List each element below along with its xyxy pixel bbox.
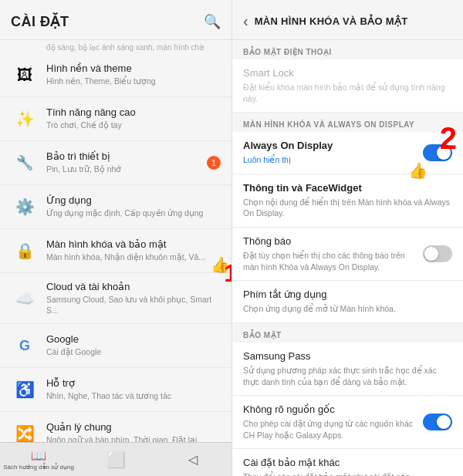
menu-title-cloud: Cloud và tài khoản bbox=[46, 281, 221, 294]
step-number-2: 2 bbox=[440, 123, 457, 154]
header-icons: 🔍 bbox=[204, 13, 221, 30]
samsung-pass-subtitle: Sử dụng phương pháp xác thực sinh trắc h… bbox=[243, 365, 452, 387]
right-item-notification[interactable]: Thông báo Đặt tùy chọn hiển thị cho các … bbox=[232, 228, 463, 281]
menu-item-maintenance[interactable]: 🔧 Bảo trì thiết bị Pin, Lưu trữ, Bộ nhớ … bbox=[0, 141, 231, 185]
menu-subtitle-lockscreen: Màn hình khóa, Nhận diện khuôn mặt, Vâ..… bbox=[46, 252, 221, 263]
unknown-sources-toggle-knob bbox=[437, 415, 451, 429]
menu-title-advanced: Tính năng nâng cao bbox=[46, 106, 221, 120]
cloud-icon: ☁️ bbox=[11, 285, 39, 312]
menu-title-maintenance: Bảo trì thiết bị bbox=[46, 150, 221, 164]
facewidget-subtitle: Chọn nội dung để hiển thị trên Màn hình … bbox=[243, 197, 452, 219]
accessibility-icon: ♿ bbox=[11, 376, 39, 403]
menu-subtitle-apps: Ứng dụng mặc định, Cấp quyền ứng dụng bbox=[46, 208, 221, 219]
right-item-aod[interactable]: Always On Display Luôn hiển thị 👍 2 bbox=[232, 132, 463, 174]
menu-title-accessibility: Hỗ trợ bbox=[46, 377, 221, 390]
back-arrow-icon[interactable]: ‹ bbox=[243, 12, 248, 30]
smart-lock-subtitle: Đặt kiểu khóa màn hình bảo mật để sử dụn… bbox=[243, 82, 452, 104]
menu-title-google: Google bbox=[46, 333, 221, 346]
menu-subtitle-maintenance: Pin, Lưu trữ, Bộ nhớ bbox=[46, 164, 221, 175]
menu-title-general: Quản lý chung bbox=[46, 421, 221, 434]
right-item-other-security[interactable]: Cài đặt bảo mật khác Thay đổi các cài đặ… bbox=[232, 449, 463, 476]
menu-subtitle-accessibility: Nhìn, Nghe, Thao tác và tương tác bbox=[46, 391, 221, 402]
menu-title-apps: Ứng dụng bbox=[46, 194, 221, 208]
app-shortcuts-subtitle: Chọn ứng dụng để mở từ Màn hình khóa. bbox=[243, 303, 452, 315]
notification-toggle[interactable] bbox=[423, 245, 452, 262]
right-item-facewidget[interactable]: Thông tin và FaceWidget Chọn nội dung để… bbox=[232, 174, 463, 228]
unknown-sources-toggle[interactable] bbox=[423, 414, 452, 430]
google-icon: G bbox=[11, 332, 39, 360]
notification-subtitle: Đặt tùy chọn hiển thị cho các thông báo … bbox=[243, 250, 417, 272]
menu-item-cloud[interactable]: ☁️ Cloud và tài khoản Samsung Cloud, Sao… bbox=[0, 273, 231, 324]
menu-title-lockscreen: Màn hình khóa và bảo mật bbox=[46, 238, 221, 252]
left-panel: CÀI ĐẶT 🔍 độ sáng, bộ lọc ánh sáng xanh,… bbox=[0, 0, 231, 476]
menu-item-apps[interactable]: ⚙️ Ứng dụng Ứng dụng mặc định, Cấp quyền… bbox=[0, 185, 231, 229]
guide-label: Sách hướng dẫn sử dụng bbox=[3, 464, 74, 471]
right-header: ‹ MÀN HÌNH KHÓA VÀ BẢO MẬT bbox=[232, 0, 463, 40]
page-title: CÀI ĐẶT bbox=[11, 13, 69, 30]
search-icon[interactable]: 🔍 bbox=[204, 13, 221, 30]
facewidget-title: Thông tin và FaceWidget bbox=[243, 182, 452, 195]
menu-subtitle-general: Ngôn ngữ và bàn phím, Thời gian, Đặt lại bbox=[46, 435, 221, 442]
left-menu-scroll: 🖼 Hình nền và theme Hình nền, Theme, Biể… bbox=[0, 53, 231, 442]
app-shortcuts-title: Phím tắt ứng dụng bbox=[243, 289, 452, 302]
maintenance-icon: 🔧 bbox=[11, 149, 39, 177]
menu-item-lockscreen[interactable]: 🔒 Màn hình khóa và bảo mật Màn hình khóa… bbox=[0, 229, 231, 273]
menu-subtitle-wallpaper: Hình nền, Theme, Biểu tượng bbox=[46, 76, 221, 87]
aod-subtitle: Luôn hiển thị bbox=[243, 154, 417, 166]
right-item-app-shortcuts[interactable]: Phím tắt ứng dụng Chọn ứng dụng để mở từ… bbox=[232, 281, 463, 323]
right-item-samsung-pass[interactable]: Samsung Pass Sử dụng phương pháp xác thự… bbox=[232, 343, 463, 396]
unknown-sources-title: Không rõ nguồn gốc bbox=[243, 403, 417, 417]
advanced-icon: ✨ bbox=[11, 105, 39, 133]
step-number-1: 1 bbox=[224, 259, 231, 288]
notification-title: Thông báo bbox=[243, 235, 417, 248]
menu-subtitle-cloud: Samsung Cloud, Sao lưu và khôi phục, Sma… bbox=[46, 295, 221, 316]
lockscreen-icon: 🔒 bbox=[11, 237, 39, 265]
menu-item-general[interactable]: 🔀 Quản lý chung Ngôn ngữ và bàn phím, Th… bbox=[0, 412, 231, 442]
right-panel: ‹ MÀN HÌNH KHÓA VÀ BẢO MẬT BẢO MẬT ĐIỆN … bbox=[231, 0, 463, 476]
right-item-smart-lock[interactable]: Smart Lock Đặt kiểu khóa màn hình bảo mậ… bbox=[232, 59, 463, 113]
samsung-pass-title: Samsung Pass bbox=[243, 350, 452, 363]
notification-toggle-knob bbox=[424, 247, 438, 261]
wallpaper-icon: 🖼 bbox=[11, 61, 39, 89]
bottom-nav-guide[interactable]: 📖 Sách hướng dẫn sử dụng bbox=[0, 448, 77, 471]
top-faded-text: độ sáng, bộ lọc ánh sáng xanh, màn hình … bbox=[0, 40, 231, 53]
apps-icon: ⚙️ bbox=[11, 193, 39, 221]
bottom-nav-home[interactable]: ⬜ bbox=[77, 451, 154, 469]
right-item-unknown-sources[interactable]: Không rõ nguồn gốc Cho phép cài đặt ứng … bbox=[232, 396, 463, 449]
thumb-icon-2: 👍 bbox=[408, 161, 428, 180]
section-label-security: BẢO MẬT bbox=[232, 323, 463, 343]
left-header: CÀI ĐẶT 🔍 bbox=[0, 0, 231, 40]
unknown-sources-subtitle: Cho phép cài đặt ứng dụng từ các nguồn k… bbox=[243, 418, 417, 441]
menu-subtitle-google: Cài đặt Google bbox=[46, 347, 221, 358]
menu-title-wallpaper: Hình nền và theme bbox=[46, 62, 221, 76]
general-icon: 🔀 bbox=[11, 420, 39, 442]
maintenance-badge: 1 bbox=[207, 156, 221, 170]
bottom-nav-left: 📖 Sách hướng dẫn sử dụng ⬜ ◁ bbox=[0, 442, 231, 476]
menu-item-accessibility[interactable]: ♿ Hỗ trợ Nhìn, Nghe, Thao tác và tương t… bbox=[0, 368, 231, 412]
right-scroll: BẢO MẬT ĐIỆN THOẠI Smart Lock Đặt kiểu k… bbox=[232, 40, 463, 476]
other-security-title: Cài đặt bảo mật khác bbox=[243, 457, 452, 470]
smart-lock-title: Smart Lock bbox=[243, 67, 452, 80]
back-icon: ◁ bbox=[188, 452, 198, 467]
section-label-security-phone: BẢO MẬT ĐIỆN THOẠI bbox=[232, 40, 463, 59]
bottom-nav-back[interactable]: ◁ bbox=[154, 452, 231, 467]
menu-item-wallpaper[interactable]: 🖼 Hình nền và theme Hình nền, Theme, Biể… bbox=[0, 53, 231, 97]
menu-item-advanced[interactable]: ✨ Tính năng nâng cao Trò chơi, Chế độ ta… bbox=[0, 97, 231, 141]
home-icon: ⬜ bbox=[106, 451, 126, 469]
right-page-title: MÀN HÌNH KHÓA VÀ BẢO MẬT bbox=[255, 15, 452, 27]
menu-item-google[interactable]: G Google Cài đặt Google bbox=[0, 324, 231, 368]
aod-title: Always On Display bbox=[243, 140, 417, 153]
guide-icon: 📖 bbox=[31, 448, 46, 463]
other-security-subtitle: Thay đổi các cài đặt bảo mật như cài đặt… bbox=[243, 471, 452, 476]
menu-subtitle-advanced: Trò chơi, Chế độ tay bbox=[46, 120, 221, 131]
section-label-lockscreen-aod: MÀN HÌNH KHÓA VÀ ALWAYS ON DISPLAY bbox=[232, 113, 463, 132]
